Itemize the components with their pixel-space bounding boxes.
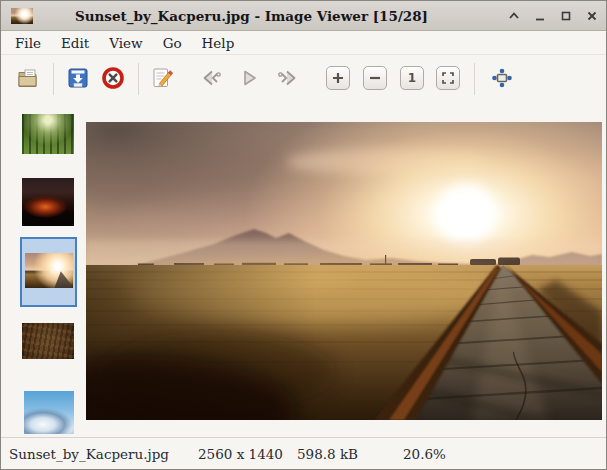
thumbnail-selected-cell[interactable]	[20, 237, 77, 307]
thumbnail-soil[interactable]	[22, 323, 74, 359]
thumbnail-sunset-field	[25, 253, 73, 288]
save-icon	[66, 66, 90, 90]
toolbar-separator	[138, 63, 139, 95]
zoom-in-button[interactable]	[326, 66, 350, 90]
thumbnail-dark-sunset[interactable]	[22, 178, 74, 226]
menu-edit[interactable]: Edit	[51, 32, 99, 55]
play-icon	[237, 66, 261, 90]
image-viewer-window: Sunset_by_Kacperu.jpg - Image Viewer [15…	[0, 0, 607, 470]
delete-button[interactable]	[101, 66, 125, 90]
maximize-button[interactable]	[557, 8, 574, 25]
next-button[interactable]	[276, 66, 300, 90]
close-icon	[585, 9, 599, 23]
toolbar-separator	[53, 63, 54, 95]
menu-file[interactable]: File	[5, 32, 51, 55]
sunset-field-photo	[86, 122, 602, 420]
go-previous-icon	[199, 66, 223, 90]
save-button[interactable]	[66, 66, 90, 90]
plus-icon	[330, 70, 346, 86]
open-folder-icon	[16, 66, 40, 90]
maximize-icon	[559, 9, 573, 23]
zoom-original-button[interactable]: 1	[400, 66, 424, 90]
edit-icon	[150, 66, 174, 90]
status-filename: Sunset_by_Kacperu.jpg	[9, 438, 169, 470]
mini-path-shape	[52, 271, 72, 288]
previous-button[interactable]	[199, 66, 223, 90]
chevron-up-icon	[507, 9, 521, 23]
toolbar: 1	[1, 55, 606, 103]
fullscreen-icon	[490, 66, 514, 90]
main-image-view[interactable]	[86, 122, 602, 420]
toolbar-separator	[474, 63, 475, 95]
edit-button[interactable]	[150, 66, 174, 90]
menubar: File Edit View Go Help	[1, 32, 606, 55]
delete-icon	[101, 66, 125, 90]
slideshow-button[interactable]	[237, 66, 261, 90]
window-icon	[11, 8, 33, 24]
thumbnail-sky-clouds[interactable]	[24, 391, 74, 434]
thumbnail-forest[interactable]	[22, 114, 74, 154]
minus-icon	[367, 70, 383, 86]
fit-corners-icon	[440, 70, 456, 86]
menu-view[interactable]: View	[99, 32, 152, 55]
fullscreen-button[interactable]	[490, 66, 514, 90]
minimize-icon	[533, 9, 547, 23]
status-filesize: 598.8 kB	[297, 438, 358, 470]
one-icon: 1	[408, 72, 416, 84]
go-next-icon	[276, 66, 300, 90]
menu-help[interactable]: Help	[192, 32, 245, 55]
best-fit-button[interactable]	[436, 66, 460, 90]
window-title: Sunset_by_Kacperu.jpg - Image Viewer [15…	[37, 1, 466, 31]
zoom-out-button[interactable]	[363, 66, 387, 90]
statusbar: Sunset_by_Kacperu.jpg 2560 x 1440 598.8 …	[1, 437, 606, 470]
minimize-button[interactable]	[531, 8, 548, 25]
close-button[interactable]	[583, 8, 600, 25]
open-button[interactable]	[16, 66, 40, 90]
titlebar[interactable]: Sunset_by_Kacperu.jpg - Image Viewer [15…	[1, 1, 606, 31]
shade-button[interactable]	[505, 8, 522, 25]
status-zoom-level: 20.6%	[403, 438, 446, 470]
window-controls	[505, 1, 600, 31]
status-dimensions: 2560 x 1440	[198, 438, 283, 470]
menu-go[interactable]: Go	[153, 32, 192, 55]
